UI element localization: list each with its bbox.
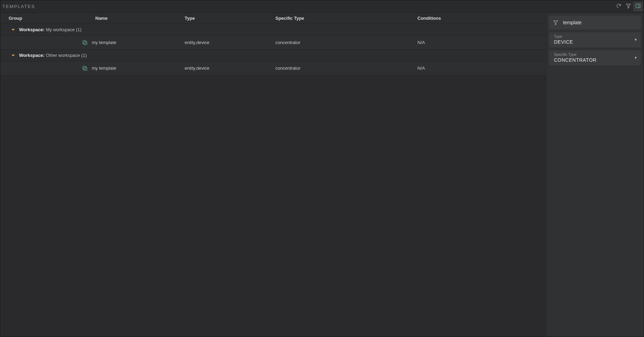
- panel-title: TEMPLATES: [2, 4, 614, 9]
- row-conditions: N/A: [417, 66, 546, 71]
- filter-type-value: DEVICE: [554, 39, 632, 45]
- svg-rect-4: [84, 42, 87, 45]
- group-row[interactable]: Workspace: My workspace (1): [0, 24, 546, 36]
- group-label-prefix: Workspace:: [19, 53, 44, 58]
- filter-panel: Type DEVICE ▼ Specific Type CONCENTRATOR…: [546, 13, 644, 337]
- filter-search[interactable]: [549, 16, 641, 29]
- chevron-down-icon: [11, 53, 16, 58]
- group-row[interactable]: Workspace: Other workspace (1): [0, 50, 546, 61]
- refresh-button[interactable]: [614, 2, 624, 11]
- templates-list: Group Name Type Specific Type Conditions…: [0, 13, 546, 337]
- svg-rect-5: [83, 66, 86, 69]
- row-specific-type: concentrator: [275, 40, 417, 45]
- template-icon: [81, 39, 88, 46]
- row-name: my template: [92, 66, 116, 71]
- panel-header: TEMPLATES: [0, 0, 644, 13]
- column-header-name[interactable]: Name: [95, 16, 185, 21]
- column-header-type[interactable]: Type: [185, 16, 275, 21]
- group-label-prefix: Workspace:: [19, 27, 44, 32]
- templates-panel: TEMPLATES Group Name Type Specific Type: [0, 0, 644, 337]
- row-type: entity.device: [185, 40, 275, 45]
- table-header: Group Name Type Specific Type Conditions: [0, 13, 546, 24]
- column-header-group[interactable]: Group: [9, 16, 95, 21]
- svg-marker-0: [626, 4, 630, 8]
- table-row[interactable]: my template entity.device concentrator N…: [0, 61, 546, 75]
- panel-toggle-icon: [635, 3, 641, 10]
- table-row[interactable]: my template entity.device concentrator N…: [0, 36, 546, 50]
- svg-rect-3: [83, 41, 86, 44]
- group-label-name: My workspace (1): [46, 27, 81, 32]
- refresh-icon: [616, 3, 621, 10]
- filter-specific-type-value: CONCENTRATOR: [554, 57, 632, 63]
- filter-icon: [553, 19, 559, 26]
- column-header-specific-type[interactable]: Specific Type: [275, 16, 417, 21]
- filter-type-select[interactable]: Type DEVICE ▼: [549, 32, 641, 47]
- chevron-down-icon: [11, 27, 16, 32]
- caret-down-icon: ▼: [632, 56, 637, 60]
- panel-body: Group Name Type Specific Type Conditions…: [0, 13, 644, 337]
- caret-down-icon: ▼: [632, 38, 637, 42]
- filter-search-input[interactable]: [563, 20, 637, 25]
- svg-rect-6: [84, 67, 87, 70]
- filter-specific-type-label: Specific Type: [554, 52, 632, 57]
- svg-marker-7: [554, 21, 558, 25]
- row-name: my template: [92, 40, 116, 45]
- column-header-conditions[interactable]: Conditions: [417, 16, 543, 21]
- row-conditions: N/A: [417, 40, 546, 45]
- group-label-name: Other workspace (1): [46, 53, 87, 58]
- row-type: entity.device: [185, 66, 275, 71]
- svg-rect-1: [636, 4, 640, 8]
- row-specific-type: concentrator: [275, 66, 417, 71]
- filter-type-label: Type: [554, 34, 632, 38]
- filter-specific-type-select[interactable]: Specific Type CONCENTRATOR ▼: [549, 50, 641, 66]
- toggle-side-panel-button[interactable]: [633, 2, 643, 11]
- template-icon: [81, 65, 88, 72]
- filter-button[interactable]: [624, 2, 633, 11]
- filter-icon: [626, 3, 631, 10]
